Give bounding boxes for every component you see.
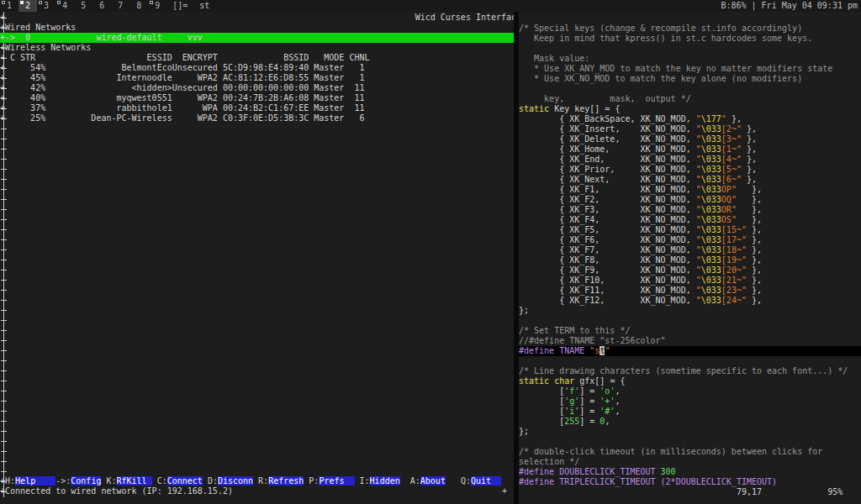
code-token: OP"	[721, 185, 737, 194]
code-line: #define DOUBLECLICK_TIMEOUT 300	[519, 467, 676, 477]
code-line: /* Line drawing characters (sometime spe…	[519, 366, 848, 376]
code-line: { XK_Insert, XK_NO_MOD, "\033[2~" },	[519, 124, 757, 134]
code-token: },	[747, 276, 762, 285]
code-token: * Use XK_ANY_MOD to match the key no mat…	[519, 64, 832, 73]
help-label: Quit	[471, 476, 501, 486]
help-label: Disconn	[218, 476, 253, 486]
code-token: },	[737, 185, 762, 194]
code-token: \033	[701, 296, 721, 305]
code-token: \033	[701, 165, 721, 174]
code-line: { XK_F6, XK_NO_MOD, "\033[17~" },	[519, 235, 762, 245]
vim-editor-pane[interactable]: /* Special keys (change & recompile st.i…	[519, 12, 861, 504]
code-token: OS"	[721, 215, 737, 224]
tag-4[interactable]: 4	[55, 0, 74, 12]
help-action-prefs[interactable]: P:Prefs	[304, 476, 354, 486]
code-token: },	[747, 235, 762, 244]
code-token: \033	[701, 175, 721, 184]
layout-symbol[interactable]: []=	[166, 0, 193, 12]
code-token: selection */	[519, 457, 579, 466]
tag-client-square	[2, 1, 5, 4]
code-token: \033	[701, 225, 721, 234]
code-line: };	[519, 306, 529, 316]
network-row-Internoodle[interactable]: + 45% Internoodle WPA2 AC:81:12:E6:D8:55…	[0, 73, 364, 83]
tag-6[interactable]: 6	[92, 0, 111, 12]
network-list-header: + C STR ESSID ENCRYPT BSSID MODE CHNL	[0, 53, 370, 63]
code-token: \033	[701, 235, 721, 244]
code-token: 300	[661, 467, 676, 476]
wired-network-row-selected[interactable]: +-> 0 wired-default vvv	[0, 33, 514, 43]
wicd-terminal-pane[interactable]: + Wicd Curses Interfac+Wired Networks+->…	[0, 12, 514, 504]
network-row-hidden[interactable]: + 42% <hidden>Unsecured 00:00:00:00:00:0…	[0, 83, 364, 93]
tag-client-square	[39, 1, 42, 4]
help-bar: +H:Help ->:Config K:RfKill C:Connect D:D…	[0, 476, 501, 486]
code-token: },	[747, 265, 762, 275]
help-action-quit[interactable]: Q:Quit	[446, 476, 501, 486]
code-token: ,	[615, 386, 620, 396]
code-token: \033	[701, 195, 721, 204]
code-token: },	[737, 215, 762, 224]
code-token: [24~"	[721, 296, 747, 305]
code-token: char	[554, 376, 574, 386]
tag-2[interactable]: 2	[18, 0, 37, 12]
help-action-config[interactable]: ->:Config	[55, 476, 101, 486]
network-row-BelmontEco[interactable]: + 54% BelmontEcoUnsecured 5C:D9:98:E4:89…	[0, 63, 364, 73]
help-action-rfkill[interactable]: K:RfKill	[101, 476, 151, 486]
code-token: { XK_Delete, XK_NO_MOD,	[519, 134, 696, 144]
help-label: Config	[71, 476, 101, 486]
code-line: { XK_Next, XK_NO_MOD, "\033[6~" },	[519, 175, 757, 185]
code-line: /* Set TERM to this */	[519, 326, 630, 336]
network-row-Dean-PC-Wireless[interactable]: + 25% Dean-PC-Wireless WPA2 C0:3F:0E:D5:…	[0, 113, 364, 123]
code-token: OQ"	[721, 195, 737, 204]
code-token: },	[747, 296, 762, 305]
help-label: Connect	[167, 476, 203, 486]
code-token: { XK_F5, XK_NO_MOD,	[519, 225, 696, 234]
statusbar-text: B:86% | Fri May 04 09:31 pm	[721, 0, 861, 12]
code-token: },	[742, 144, 757, 154]
help-action-help[interactable]: H:Help	[5, 476, 55, 486]
code-token: },	[742, 175, 757, 184]
code-line: key, mask, output */	[519, 94, 691, 104]
help-action-connect[interactable]: C:Connect	[152, 476, 203, 486]
code-token: ] =	[579, 407, 600, 416]
code-token: { XK_F4, XK_NO_MOD,	[519, 215, 696, 224]
network-row-myqwest0551[interactable]: + 40% myqwest0551 WPA2 00:24:7B:2B:A6:08…	[0, 93, 364, 103]
code-token: [	[519, 407, 564, 416]
code-token: },	[747, 225, 762, 234]
code-line: Mask value:	[519, 54, 589, 64]
code-line: ['f'] = 'o',	[519, 386, 620, 396]
tag-client-square	[150, 1, 153, 4]
code-line: { XK_F1, XK_NO_MOD, "\033OP" },	[519, 185, 762, 195]
code-line: { XK_F7, XK_NO_MOD, "\033[18~" },	[519, 245, 762, 255]
code-token: { XK_F6, XK_NO_MOD,	[519, 235, 696, 244]
help-action-hidden[interactable]: I:Hidden	[355, 476, 400, 486]
code-token: { XK_Insert, XK_NO_MOD,	[519, 124, 696, 134]
help-action-about[interactable]: A:About	[400, 476, 446, 486]
code-token: [23~"	[721, 286, 747, 295]
code-token: { XK_F10, XK_NO_MOD,	[519, 276, 696, 285]
code-token: \033	[701, 286, 721, 295]
tag-1[interactable]: 1	[0, 0, 18, 12]
code-token: [18~"	[721, 245, 747, 255]
code-line: { XK_F9, XK_NO_MOD, "\033[20~" },	[519, 265, 762, 276]
code-token: \033	[701, 215, 721, 224]
code-line: selection */	[519, 457, 579, 467]
code-line: [255] = 0,	[519, 417, 610, 427]
code-token: \177	[701, 114, 721, 123]
network-row-rabbithole1[interactable]: + 37% rabbithole1 WPA 00:24:B2:C1:67:EE …	[0, 103, 364, 113]
code-token: },	[726, 114, 742, 123]
tag-3[interactable]: 3	[37, 0, 55, 12]
tag-8[interactable]: 8	[129, 0, 148, 12]
code-token: \033	[701, 134, 721, 144]
help-action-disconn[interactable]: D:Disconn	[203, 476, 253, 486]
code-token: static	[519, 104, 549, 113]
tag-9[interactable]: 9	[148, 0, 166, 12]
tag-5[interactable]: 5	[74, 0, 92, 12]
code-token: },	[742, 155, 757, 164]
code-token: \033	[701, 124, 721, 134]
code-token: 'o'	[600, 386, 615, 396]
help-action-refresh[interactable]: R:Refresh	[253, 476, 304, 486]
code-token: },	[742, 165, 757, 174]
tag-7[interactable]: 7	[111, 0, 129, 12]
code-token: { XK_F2, XK_NO_MOD,	[519, 195, 696, 204]
code-token: #define DOUBLECLICK_TIMEOUT	[519, 467, 661, 476]
